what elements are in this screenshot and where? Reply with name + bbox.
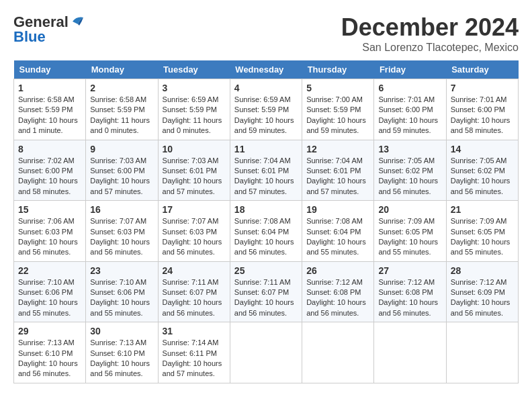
day-number: 30 [90,326,153,336]
cell-info: Sunrise: 7:09 AMSunset: 6:05 PMDaylight:… [451,216,514,258]
calendar-cell: 27Sunrise: 7:12 AMSunset: 6:08 PMDayligh… [374,261,446,322]
calendar-cell: 25Sunrise: 7:11 AMSunset: 6:07 PMDayligh… [230,261,302,322]
calendar-cell [302,322,374,383]
day-number: 7 [451,83,514,93]
calendar-cell: 17Sunrise: 7:07 AMSunset: 6:03 PMDayligh… [158,201,230,262]
calendar-cell: 30Sunrise: 7:13 AMSunset: 6:10 PMDayligh… [86,322,158,383]
day-number: 19 [306,204,369,215]
cell-info: Sunrise: 6:59 AMSunset: 5:59 PMDaylight:… [163,95,226,136]
month-title: December 2024 [341,13,519,42]
calendar-cell [446,322,518,383]
day-number: 25 [234,265,298,276]
cell-info: Sunrise: 7:01 AMSunset: 6:00 PMDaylight:… [451,95,514,136]
calendar-cell: 11Sunrise: 7:04 AMSunset: 6:01 PMDayligh… [230,140,302,201]
cell-info: Sunrise: 7:11 AMSunset: 6:07 PMDaylight:… [234,277,298,319]
calendar-header-row: SundayMondayTuesdayWednesdayThursdayFrid… [14,60,519,79]
day-number: 10 [163,144,226,154]
calendar-cell: 23Sunrise: 7:10 AMSunset: 6:06 PMDayligh… [86,261,158,322]
logo-blue: Blue [13,28,46,46]
cell-info: Sunrise: 7:08 AMSunset: 6:04 PMDaylight:… [234,216,298,258]
cell-info: Sunrise: 7:07 AMSunset: 6:03 PMDaylight:… [163,216,226,258]
calendar-cell: 15Sunrise: 7:06 AMSunset: 6:03 PMDayligh… [14,201,86,262]
col-header-tuesday: Tuesday [158,60,230,79]
day-number: 2 [90,83,153,93]
cell-info: Sunrise: 7:12 AMSunset: 6:08 PMDaylight:… [378,277,441,319]
day-number: 17 [163,204,226,215]
day-number: 22 [18,265,81,276]
calendar-cell: 3Sunrise: 6:59 AMSunset: 5:59 PMDaylight… [158,79,230,140]
calendar-cell: 16Sunrise: 7:07 AMSunset: 6:03 PMDayligh… [86,201,158,262]
cell-info: Sunrise: 7:04 AMSunset: 6:01 PMDaylight:… [306,156,369,197]
calendar-cell: 22Sunrise: 7:10 AMSunset: 6:06 PMDayligh… [14,261,86,322]
day-number: 29 [18,326,81,336]
week-row-3: 15Sunrise: 7:06 AMSunset: 6:03 PMDayligh… [14,201,519,262]
cell-info: Sunrise: 7:04 AMSunset: 6:01 PMDaylight:… [234,156,298,197]
cell-info: Sunrise: 7:14 AMSunset: 6:11 PMDaylight:… [163,338,226,379]
cell-info: Sunrise: 7:05 AMSunset: 6:02 PMDaylight:… [378,156,441,197]
col-header-thursday: Thursday [302,60,374,79]
cell-info: Sunrise: 7:06 AMSunset: 6:03 PMDaylight:… [18,216,81,258]
calendar-cell: 19Sunrise: 7:08 AMSunset: 6:04 PMDayligh… [302,201,374,262]
col-header-saturday: Saturday [446,60,518,79]
calendar-cell: 26Sunrise: 7:12 AMSunset: 6:08 PMDayligh… [302,261,374,322]
cell-info: Sunrise: 7:12 AMSunset: 6:09 PMDaylight:… [451,277,514,319]
cell-info: Sunrise: 7:10 AMSunset: 6:06 PMDaylight:… [90,277,153,319]
calendar-cell: 9Sunrise: 7:03 AMSunset: 6:00 PMDaylight… [86,140,158,201]
calendar-cell: 4Sunrise: 6:59 AMSunset: 5:59 PMDaylight… [230,79,302,140]
day-number: 5 [306,83,369,93]
day-number: 26 [306,265,369,276]
page-header: General Blue December 2024 San Lorenzo T… [13,13,519,54]
day-number: 31 [163,326,226,336]
cell-info: Sunrise: 7:03 AMSunset: 6:01 PMDaylight:… [163,156,226,197]
day-number: 6 [378,83,441,93]
week-row-2: 8Sunrise: 7:02 AMSunset: 6:00 PMDaylight… [14,140,519,201]
cell-info: Sunrise: 7:10 AMSunset: 6:06 PMDaylight:… [18,277,81,319]
cell-info: Sunrise: 7:13 AMSunset: 6:10 PMDaylight:… [90,338,153,379]
day-number: 20 [378,204,441,215]
calendar-table: SundayMondayTuesdayWednesdayThursdayFrid… [13,60,519,383]
cell-info: Sunrise: 7:13 AMSunset: 6:10 PMDaylight:… [18,338,81,379]
calendar-cell: 7Sunrise: 7:01 AMSunset: 6:00 PMDaylight… [446,79,518,140]
day-number: 27 [378,265,441,276]
cell-info: Sunrise: 7:08 AMSunset: 6:04 PMDaylight:… [306,216,369,258]
day-number: 11 [234,144,298,154]
cell-info: Sunrise: 7:02 AMSunset: 6:00 PMDaylight:… [18,156,81,197]
cell-info: Sunrise: 7:05 AMSunset: 6:02 PMDaylight:… [451,156,514,197]
cell-info: Sunrise: 7:07 AMSunset: 6:03 PMDaylight:… [90,216,153,258]
day-number: 21 [451,204,514,215]
calendar-cell: 5Sunrise: 7:00 AMSunset: 5:59 PMDaylight… [302,79,374,140]
day-number: 4 [234,83,298,93]
cell-info: Sunrise: 7:03 AMSunset: 6:00 PMDaylight:… [90,156,153,197]
calendar-cell: 10Sunrise: 7:03 AMSunset: 6:01 PMDayligh… [158,140,230,201]
day-number: 18 [234,204,298,215]
cell-info: Sunrise: 7:00 AMSunset: 5:59 PMDaylight:… [306,95,369,136]
calendar-cell: 29Sunrise: 7:13 AMSunset: 6:10 PMDayligh… [14,322,86,383]
week-row-5: 29Sunrise: 7:13 AMSunset: 6:10 PMDayligh… [14,322,519,383]
col-header-sunday: Sunday [14,60,86,79]
day-number: 3 [163,83,226,93]
cell-info: Sunrise: 7:11 AMSunset: 6:07 PMDaylight:… [163,277,226,319]
cell-info: Sunrise: 7:12 AMSunset: 6:08 PMDaylight:… [306,277,369,319]
col-header-wednesday: Wednesday [230,60,302,79]
location-subtitle: San Lorenzo Tlacotepec, Mexico [341,42,519,54]
calendar-cell: 14Sunrise: 7:05 AMSunset: 6:02 PMDayligh… [446,140,518,201]
calendar-cell: 21Sunrise: 7:09 AMSunset: 6:05 PMDayligh… [446,201,518,262]
cell-info: Sunrise: 6:58 AMSunset: 5:59 PMDaylight:… [18,95,81,136]
day-number: 14 [451,144,514,154]
logo-bird-icon [70,15,85,27]
day-number: 15 [18,204,81,215]
calendar-cell: 13Sunrise: 7:05 AMSunset: 6:02 PMDayligh… [374,140,446,201]
col-header-monday: Monday [86,60,158,79]
calendar-cell: 2Sunrise: 6:58 AMSunset: 5:59 PMDaylight… [86,79,158,140]
day-number: 1 [18,83,81,93]
cell-info: Sunrise: 6:58 AMSunset: 5:59 PMDaylight:… [90,95,153,136]
calendar-cell: 12Sunrise: 7:04 AMSunset: 6:01 PMDayligh… [302,140,374,201]
day-number: 13 [378,144,441,154]
day-number: 12 [306,144,369,154]
cell-info: Sunrise: 7:09 AMSunset: 6:05 PMDaylight:… [378,216,441,258]
calendar-cell: 31Sunrise: 7:14 AMSunset: 6:11 PMDayligh… [158,322,230,383]
calendar-cell: 18Sunrise: 7:08 AMSunset: 6:04 PMDayligh… [230,201,302,262]
day-number: 8 [18,144,81,154]
calendar-cell: 8Sunrise: 7:02 AMSunset: 6:00 PMDaylight… [14,140,86,201]
cell-info: Sunrise: 6:59 AMSunset: 5:59 PMDaylight:… [234,95,298,136]
